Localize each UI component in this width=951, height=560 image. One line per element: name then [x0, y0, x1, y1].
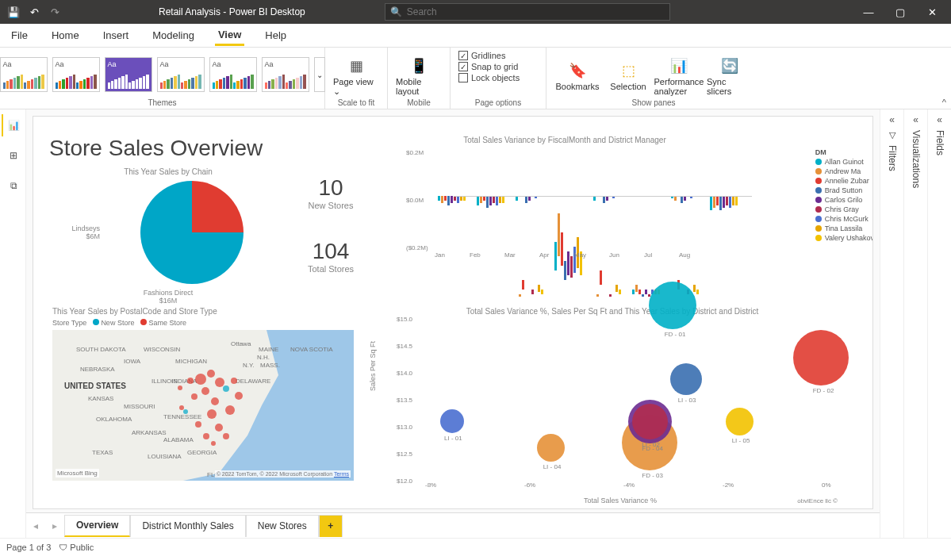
filters-pane[interactable]: « ▽ Filters	[880, 109, 903, 538]
title-bar: 💾 ↶ ↷ Retail Analysis - Power BI Desktop…	[0, 0, 951, 24]
menu-help[interactable]: Help	[262, 26, 290, 44]
theme-dropdown[interactable]: ⌄	[314, 57, 325, 92]
map-terms-link[interactable]: Terms	[334, 471, 349, 477]
search-box[interactable]: 🔍	[385, 3, 670, 21]
legend-item[interactable]: Andrew Ma	[815, 167, 873, 175]
bubble-point[interactable]	[440, 409, 464, 433]
report-title: Store Sales Overview	[49, 136, 263, 161]
bubble-title: Total Sales Variance %, Sales Per Sq Ft …	[370, 307, 855, 316]
collapse-ribbon-icon[interactable]: ^	[942, 98, 946, 107]
selection-button[interactable]: ⬚Selection	[605, 58, 651, 91]
menu-view[interactable]: View	[215, 25, 244, 46]
chevron-left-icon: «	[937, 114, 942, 125]
minimize-button[interactable]: —	[854, 3, 883, 21]
theme-swatch[interactable]: Aa	[262, 57, 309, 92]
close-button[interactable]: ✕	[918, 3, 946, 21]
dropdown-caret-icon: ⌄	[333, 86, 340, 96]
status-bar: Page 1 of 3 🛡 Public	[0, 538, 951, 555]
model-view-icon[interactable]: ⧉	[2, 175, 24, 197]
left-nav: 📊 ⊞ ⧉	[0, 109, 26, 538]
data-view-icon[interactable]: ⊞	[2, 144, 24, 167]
sync-slicers-button[interactable]: 🔄Sync slicers	[707, 53, 753, 96]
bubble-point[interactable]	[793, 330, 849, 385]
theme-swatch[interactable]: Aa	[209, 57, 257, 92]
map-title: This Year Sales by PostalCode and Store …	[52, 307, 363, 316]
fields-pane[interactable]: « Fields	[927, 109, 951, 538]
mobile-layout-button[interactable]: 📱 Mobile layout	[396, 53, 442, 96]
dm-legend-header: DM	[815, 148, 873, 156]
sync-icon: 🔄	[719, 55, 741, 77]
pie-title: This Year Sales by Chain	[52, 167, 284, 176]
ribbon: AaAaAaAaAaAa⌄ Themes ▦ Page view ⌄ Scale…	[0, 48, 951, 109]
workspace: 📊 ⊞ ⧉ Store Sales Overview This Year Sal…	[0, 109, 951, 538]
map-country-label: UNITED STATES	[64, 382, 126, 390]
kpi-total-stores-label: Total Stores	[298, 264, 363, 274]
gridlines-checkbox[interactable]: Gridlines	[458, 51, 538, 60]
undo-icon[interactable]: ↶	[25, 3, 43, 21]
map-legend-label: Store Type	[52, 319, 86, 327]
kpi-total-stores-value: 104	[298, 239, 363, 264]
legend-item[interactable]: Brad Sutton	[815, 186, 873, 194]
legend-item[interactable]: Valery Ushakov	[815, 234, 873, 242]
theme-swatch[interactable]: Aa	[0, 57, 48, 92]
bubble-watermark: obviEnce llc ©	[797, 497, 838, 504]
theme-swatch[interactable]: Aa	[157, 57, 205, 92]
menu-home[interactable]: Home	[48, 26, 82, 44]
collapsed-panes: « ▽ Filters « Visualizations « Fields	[880, 109, 951, 538]
report-canvas[interactable]: Store Sales Overview This Year Sales by …	[33, 116, 873, 509]
theme-swatch[interactable]: Aa	[105, 57, 152, 92]
tab-district[interactable]: District Monthly Sales	[130, 515, 245, 537]
themes-group-label: Themes	[148, 98, 176, 107]
search-input[interactable]	[407, 6, 665, 17]
bookmarks-button[interactable]: 🔖Bookmarks	[554, 58, 600, 91]
tab-add[interactable]: +	[319, 515, 343, 537]
maximize-button[interactable]: ▢	[886, 3, 915, 21]
kpi-new-stores-value: 10	[298, 175, 363, 201]
visualizations-pane[interactable]: « Visualizations	[903, 109, 927, 538]
performance-button[interactable]: 📊Performance analyzer	[656, 53, 702, 96]
bubble-point[interactable]	[726, 408, 754, 435]
menu-file[interactable]: File	[8, 26, 31, 44]
mobile-icon: 📱	[408, 55, 430, 77]
page-view-button[interactable]: ▦ Page view ⌄	[333, 53, 379, 97]
bubble-chart[interactable]: Sales Per Sq Ft Total Sales Variance % o…	[393, 316, 838, 490]
chevron-left-icon: «	[913, 114, 918, 125]
legend-item[interactable]: Annelie Zubar	[815, 177, 873, 185]
legend-item[interactable]: Allan Guinot	[815, 158, 873, 166]
search-icon: 🔍	[390, 6, 402, 17]
bubble-point[interactable]	[649, 282, 696, 329]
canvas-area: Store Sales Overview This Year Sales by …	[26, 109, 880, 538]
app-title: Retail Analysis - Power BI Desktop	[159, 6, 305, 17]
kpi-new-stores-label: New Stores	[298, 201, 363, 210]
tab-prev[interactable]: ◂	[26, 520, 45, 531]
bubble-point[interactable]	[537, 434, 565, 462]
lock-checkbox[interactable]: Lock objects	[458, 73, 538, 82]
map-visual[interactable]: UNITED STATES SOUTH DAKOTA WISCONSIN IOW…	[52, 330, 354, 481]
legend-item[interactable]: Carlos Grilo	[815, 196, 873, 204]
tab-overview[interactable]: Overview	[64, 515, 130, 537]
legend-item[interactable]: Chris Gray	[815, 205, 873, 213]
sensitivity-icon[interactable]: 🛡 Public	[59, 543, 94, 552]
status-page: Page 1 of 3	[6, 543, 51, 552]
snap-checkbox[interactable]: Snap to grid	[458, 62, 538, 71]
showpanes-group-label: Show panes	[631, 98, 675, 107]
pie-chart[interactable]	[140, 181, 244, 284]
redo-icon[interactable]: ↷	[46, 3, 63, 21]
report-view-icon[interactable]: 📊	[2, 114, 24, 136]
menu-modeling[interactable]: Modeling	[149, 26, 197, 44]
pie-label-fashions: Fashions Direct	[144, 289, 194, 297]
save-icon[interactable]: 💾	[5, 3, 22, 21]
bubble-point[interactable]	[632, 404, 668, 439]
grouped-bar-chart[interactable]	[430, 144, 752, 247]
bubble-point[interactable]	[670, 363, 702, 395]
menu-insert[interactable]: Insert	[100, 26, 132, 44]
tab-next[interactable]: ▸	[45, 520, 64, 531]
mobile-group-label: Mobile	[407, 98, 430, 107]
legend-item[interactable]: Tina Lassila	[815, 224, 873, 232]
tab-newstores[interactable]: New Stores	[246, 515, 319, 537]
scale-group-label: Scale to fit	[338, 98, 375, 107]
pageoptions-group-label: Page options	[475, 98, 521, 107]
legend-item[interactable]: Chris McGurk	[815, 215, 873, 223]
theme-swatch[interactable]: Aa	[52, 57, 100, 92]
performance-icon: 📊	[668, 55, 690, 77]
